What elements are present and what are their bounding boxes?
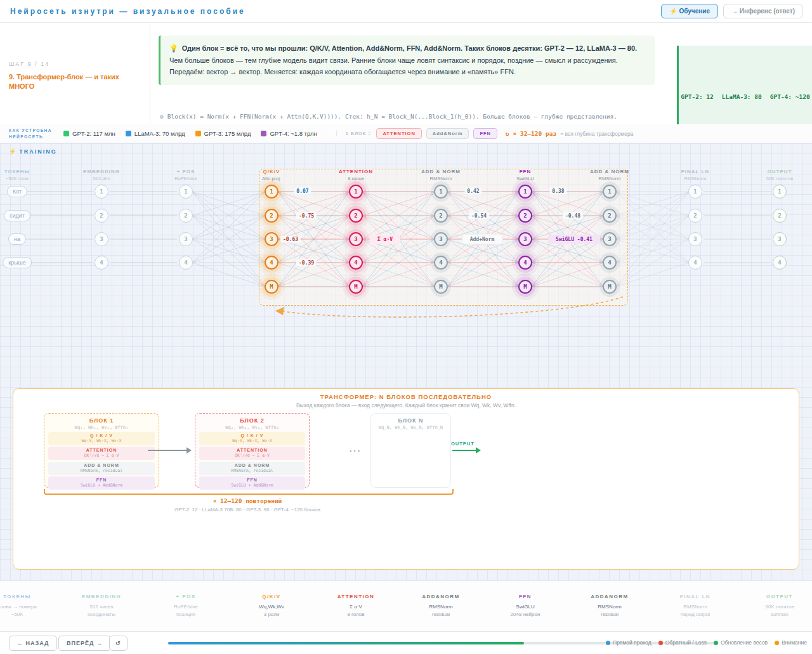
network-node-attention: 2 <box>349 209 363 223</box>
nav-legend: Прямой проходОбратный / LossОбновление в… <box>606 639 807 646</box>
pipeline-stage-title: Q/K/V <box>232 594 311 599</box>
block-layer-sub: Wq·X, Wk·X, Wv·X <box>48 438 155 443</box>
block-layer-title: FFN <box>199 478 305 482</box>
nav-legend-item: Внимание <box>775 639 807 646</box>
column-subtitle: 8 голов <box>318 176 394 181</box>
depth-note: = вся глубина трансформера <box>560 131 633 137</box>
edge-weight-label: -0.75 <box>296 213 317 219</box>
tip-lead: Один блок = всё то, что мы прошли: Q/K/V… <box>182 44 637 52</box>
pipeline-stage-line2: ~50K <box>0 611 56 617</box>
step-box: ШАГ 9 / 14 9. Трансформер-блок — и таких… <box>9 61 142 91</box>
column-subtitle: RMSNorm <box>657 176 733 181</box>
nav-legend-label: Обратный / Loss <box>665 639 707 646</box>
block-layer-row: ATTENTIONQKᵀ/√d → Σ α·V <box>199 447 305 460</box>
network-node-addnorm2: 4 <box>603 256 617 270</box>
block-layer-row: Q / K / VWq·X, Wk·X, Wv·X <box>199 432 305 445</box>
pipeline-stage-7: ADD&NORMRMSNormresidual <box>570 594 649 617</box>
bracket-label: × 12–120 повторений <box>44 497 451 504</box>
stack-subtitle: Выход каждого блока — вход следующего. К… <box>13 402 799 409</box>
inference-mode-button[interactable]: → Инференс (ответ) <box>723 4 803 18</box>
pipeline-stage-line2: residual <box>570 611 649 617</box>
model-legend-label: LLaMA-3: 70 млрд <box>134 130 185 137</box>
block-layer-sub: Wq·X, Wk·X, Wv·X <box>199 438 305 443</box>
edge-weight-label: 0.42 <box>464 188 481 195</box>
pipeline-stage-line1: RMSNorm <box>402 604 480 610</box>
network-node-finalln: 4 <box>688 256 702 270</box>
pipeline-stage-title: FFN <box>486 594 565 599</box>
step-title: 9. Трансформер-блок — и таких МНОГО <box>9 72 142 91</box>
block-layer-title: ATTENTION <box>48 448 155 452</box>
column-subtitle: ~50K слов <box>0 176 55 181</box>
token-pill: на <box>8 233 26 245</box>
legend-caption: КАК УСТРОЕНА НЕЙРОСЕТЬ <box>9 128 52 140</box>
pipeline-stage-title: + POS <box>147 594 225 599</box>
pipeline-stage-9: OUTPUT50K логитовsoftmax <box>740 594 812 617</box>
pipeline-stage-title: FINAL LN <box>656 594 735 599</box>
network-node-embedding: 2 <box>95 209 108 223</box>
block-layer-row: FFNSwiGLU + Add&Norm <box>48 476 155 490</box>
depth-stat: GPT-2: 12 <box>681 93 713 100</box>
network-node-addnorm1: 1 <box>434 185 448 199</box>
column-title: Q/K/V <box>233 169 310 174</box>
block-layer-title: ATTENTION <box>199 448 305 452</box>
pipeline-stage-line2: residual <box>402 611 480 617</box>
training-mode-button[interactable]: ⚡ Обучение <box>661 4 718 18</box>
column-header-output: OUTPUT50K логитов <box>742 169 812 181</box>
block-repeat-arrow <box>279 297 623 317</box>
column-title: FFN <box>487 169 563 174</box>
network-node-attention: M <box>349 280 363 294</box>
pipeline-stage-line1: RMSNorm <box>570 604 649 610</box>
network-node-qkv: 3 <box>265 232 278 246</box>
back-button[interactable]: ← НАЗАД <box>9 636 57 651</box>
edge-weight-label: 0.38 <box>549 188 566 195</box>
block-layer-sub: SwiGLU + Add&Norm <box>48 483 155 488</box>
network-node-addnorm1: 2 <box>434 209 448 223</box>
model-legend-label: GPT-4: ~1.8 трлн <box>270 130 317 137</box>
pipeline-stage-6: FFNSwiGLU2048 нейрон <box>486 594 565 617</box>
block-layer-sub: QKᵀ/√d → Σ α·V <box>199 453 305 458</box>
loop-icon: ↻ <box>506 130 509 137</box>
forward-button[interactable]: ВПЕРЁД → <box>58 636 111 651</box>
network-node-ffn: M <box>518 280 532 294</box>
column-title: + POS <box>148 169 224 174</box>
column-subtitle: Attn proj. <box>233 176 310 181</box>
pipeline-stage-5: ADD&NORMRMSNormresidual <box>402 594 480 617</box>
network-node-addnorm1: 3 <box>434 232 448 246</box>
edge-chip: Add+Norm <box>462 235 502 244</box>
network-node-qkv: M <box>265 280 278 294</box>
network-node-embedding: 1 <box>95 185 108 199</box>
pipeline-stage-line1: Σ α·V <box>317 604 395 610</box>
column-subtitle: RoPE/sine <box>148 176 224 181</box>
legend-caption-line2: НЕЙРОСЕТЬ <box>9 134 52 140</box>
network-node-output: 2 <box>773 209 787 223</box>
column-header-embedding: EMBEDDING512-dim <box>63 169 140 181</box>
block-layer-sub: RMSNorm, residual <box>199 468 305 473</box>
network-node-addnorm1: 4 <box>434 256 448 270</box>
nav-legend-item: Обновление весов <box>714 639 768 646</box>
network-node-ffn: 3 <box>518 232 532 246</box>
pipeline-stage-line1: 50K логитов <box>740 604 812 610</box>
model-legend-item: LLaMA-3: 70 млрд <box>126 130 185 137</box>
block-layer-row: Q / K / VWq·X, Wk·X, Wv·X <box>48 432 155 445</box>
column-header-attention: ATTENTION8 голов <box>318 169 394 181</box>
block-layer-sub: RMSNorm, residual <box>48 468 155 473</box>
block-card-title: БЛОК N <box>371 417 450 424</box>
pipeline-stage-line2: позиция <box>147 611 225 617</box>
block-layer-sub: SwiGLU + Add&Norm <box>199 483 305 488</box>
network-node-addnorm2: M <box>603 280 617 294</box>
output-arrow <box>452 450 476 451</box>
column-subtitle: SwiGLU <box>487 176 563 181</box>
edge-weight-label: 0.07 <box>294 188 311 195</box>
network-node-pos: 3 <box>179 232 193 246</box>
reset-button[interactable]: ↺ <box>109 636 128 651</box>
legend-caption-line1: КАК УСТРОЕНА <box>9 128 52 134</box>
legend-dot <box>658 641 663 645</box>
formula-row: ⚙Block(x) = Norm(x + FFN(Norm(x + Attn(Q… <box>160 113 667 120</box>
block-card-weights: Wq₂, Wk₂, Wv₂, Wffn₂ <box>195 425 309 430</box>
network-node-pos: 1 <box>179 185 193 199</box>
column-header-addnorm1: ADD & NORMRMSNorm <box>403 169 479 181</box>
network-node-pos: 2 <box>179 209 193 223</box>
pipeline-stage-0: ТОКЕНЫслова → номера~50K <box>0 594 56 617</box>
network-node-finalln: 2 <box>688 209 702 223</box>
step-counter: ШАГ 9 / 14 <box>9 61 142 67</box>
